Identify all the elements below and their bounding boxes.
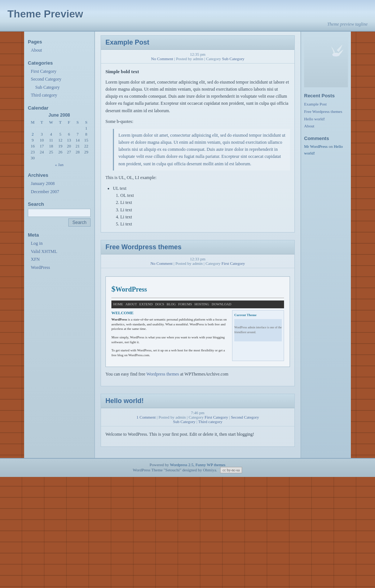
- cal-cell: [56, 155, 65, 161]
- post-category-link[interactable]: First Category: [222, 261, 245, 266]
- cal-cell: 1: [82, 125, 91, 131]
- calendar-table: M T W T F S S: [28, 119, 91, 161]
- cal-cell: [73, 125, 82, 131]
- meta-link-xfn[interactable]: XFN: [31, 257, 40, 262]
- post-example: Example Post 12:35 pm No Comment | Poste…: [101, 35, 295, 233]
- cal-cell: 10: [38, 137, 46, 143]
- cal-cell: 3: [38, 131, 46, 137]
- post-paragraph: Lorem ipsum dolor sit amet, consectetur …: [105, 79, 290, 114]
- post-author: admin: [193, 56, 203, 61]
- post-text-before: You can easy find free: [105, 371, 145, 377]
- post-bquote-label: Some b-quotes:: [105, 118, 290, 125]
- meta-link-login[interactable]: Log in: [31, 241, 43, 246]
- cal-cell: 23: [28, 149, 38, 155]
- cal-cell: 8: [82, 131, 91, 137]
- cal-cell: [65, 125, 73, 131]
- list-item: Log in: [31, 240, 91, 248]
- recent-post-link[interactable]: Free Wordpress themes: [304, 108, 348, 116]
- cal-cell: 29: [82, 149, 91, 155]
- archives-list: January 2008 December 2007: [28, 180, 91, 196]
- cal-cell: [28, 125, 38, 131]
- post-meta-sep: | Posted by: [174, 56, 193, 61]
- post-body: Welcome to WordPress. This is your first…: [101, 426, 294, 446]
- cal-cell: 26: [56, 149, 65, 155]
- cal-day-header: T: [56, 119, 65, 125]
- meta-link-wordpress[interactable]: WordPress: [31, 265, 50, 270]
- archive-link-dec2007[interactable]: December 2007: [31, 189, 59, 194]
- post-category-link[interactable]: Sub Category: [222, 56, 244, 61]
- post-category-third[interactable]: Third category: [198, 419, 222, 424]
- meta-list: Log in Valid XHTML XFN WordPress: [28, 240, 91, 272]
- category-link-first[interactable]: First Category: [31, 69, 56, 74]
- search-button[interactable]: Search: [68, 218, 91, 227]
- page-wrapper: Pages About Categories First Category Se…: [24, 32, 351, 458]
- archive-link-jan2008[interactable]: January 2008: [31, 181, 55, 186]
- cal-day-header: W: [46, 119, 56, 125]
- calendar-prev-link[interactable]: « Jan: [55, 162, 63, 167]
- search-heading: Search: [28, 201, 91, 207]
- site-tagline: Theme preview tagline: [327, 22, 368, 27]
- footer-wordpress-link[interactable]: Wordpress 2.5: [170, 462, 193, 467]
- comment-author-link[interactable]: Mr WordPress: [304, 144, 327, 149]
- post-comment-link[interactable]: No Comment: [151, 56, 173, 61]
- post-heading: Free Wordpress themes: [105, 243, 290, 251]
- list-item: WordPress: [31, 264, 91, 272]
- meta-link-xhtml[interactable]: Valid XHTML: [31, 249, 57, 254]
- page-link-about[interactable]: About: [31, 48, 42, 53]
- list-item: UL text OL text Li text Li text Li text …: [113, 185, 290, 228]
- cal-cell: 16: [28, 143, 38, 149]
- post-category-sub[interactable]: Sub Category: [173, 419, 195, 424]
- site-title: Theme Preview: [0, 0, 375, 20]
- cal-day-header: T: [38, 119, 46, 125]
- recent-post-link[interactable]: About: [304, 123, 348, 130]
- post-hello-world: Hello world! 7:46 pm 1 Comment | Posted …: [101, 394, 295, 446]
- cal-cell: 25: [46, 149, 56, 155]
- post-ul-label: This is UL, OL, LI example:: [105, 174, 290, 181]
- cal-cell: 24: [38, 149, 46, 155]
- cal-cell: 21: [73, 143, 82, 149]
- post-time: 7:46 pm: [191, 410, 204, 415]
- cal-cell: 11: [46, 137, 56, 143]
- search-input[interactable]: [28, 209, 91, 217]
- recent-post-link[interactable]: Example Post: [304, 101, 348, 108]
- cal-cell: 19: [56, 143, 65, 149]
- post-subheading: Simple bold text: [105, 68, 290, 76]
- cal-cell: 9: [28, 137, 38, 143]
- wordpress-screenshot: $WordPress HOME ABOUT EXTEND DOCS BLOG F…: [105, 276, 290, 367]
- post-heading: Hello world!: [105, 397, 290, 405]
- post-body: Simple bold text Lorem ipsum dolor sit a…: [101, 64, 294, 232]
- pages-list: About: [28, 46, 91, 55]
- list-item: Example Post: [304, 101, 348, 108]
- meta-heading: Meta: [28, 232, 91, 238]
- footer-funny-link[interactable]: Funny WP themes: [195, 462, 225, 467]
- post-comment-link[interactable]: No Comment: [150, 261, 173, 266]
- category-link-second[interactable]: Second Category: [31, 77, 61, 82]
- recent-posts-heading: Recent Posts: [304, 93, 348, 98]
- post-time: 12:35 pm: [190, 52, 206, 56]
- cal-cell: [73, 155, 82, 161]
- search-widget: Search: [28, 209, 91, 227]
- list-item: Valid XHTML: [31, 248, 91, 256]
- wordpress-themes-link[interactable]: Wordpress themes: [146, 371, 179, 377]
- cal-cell: [46, 125, 56, 131]
- post-body: $WordPress HOME ABOUT EXTEND DOCS BLOG F…: [101, 268, 294, 386]
- cal-cell: 20: [65, 143, 73, 149]
- cal-day-header: S: [82, 119, 91, 125]
- post-category-second[interactable]: Second Category: [231, 415, 259, 419]
- category-link-sub[interactable]: Sub Category: [35, 85, 60, 90]
- recent-post-link[interactable]: Hello world!: [304, 116, 348, 123]
- post-category-first[interactable]: First Category: [205, 415, 228, 419]
- cal-cell: [38, 155, 46, 161]
- list-item: Li text: [120, 207, 290, 214]
- cc-badge: cc by-nc-sa: [220, 467, 242, 473]
- categories-heading: Categories: [28, 60, 91, 66]
- post-ul: UL text OL text Li text Li text Li text …: [113, 185, 290, 228]
- post-meta-sep: | Posted by: [157, 415, 176, 419]
- category-link-third[interactable]: Third category: [31, 92, 57, 98]
- cal-cell: 4: [46, 131, 56, 137]
- post-meta-sep2: | Category: [204, 56, 222, 61]
- site-header: Theme Preview Theme preview tagline: [0, 0, 375, 32]
- post-comment-link[interactable]: 1 Comment: [137, 415, 156, 419]
- cal-day-header: S: [73, 119, 82, 125]
- bird-svg: [314, 39, 344, 76]
